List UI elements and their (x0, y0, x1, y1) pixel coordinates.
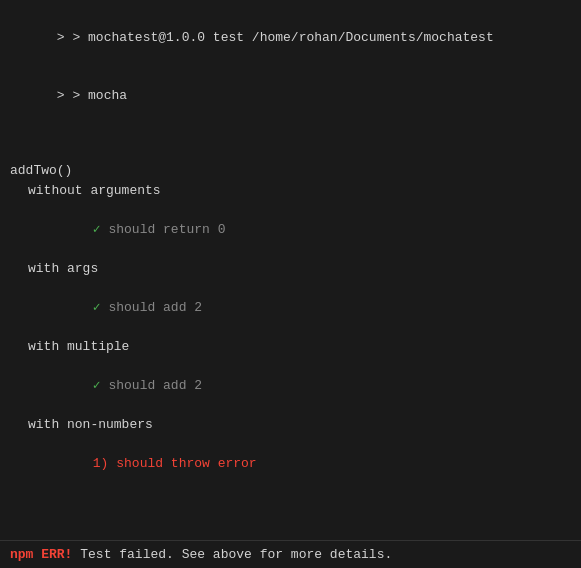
suite-addtwo: addTwo() (10, 161, 571, 181)
blank-4 (10, 511, 571, 529)
output-lines: > > mochatest@1.0.0 test /home/rohan/Doc… (10, 8, 571, 568)
suite-with-multiple: with multiple (10, 337, 571, 357)
check-icon-2: ✓ (93, 300, 109, 315)
fail-label-1: should throw error (116, 456, 256, 471)
prompt-symbol-1: > (57, 30, 73, 45)
cmd-text-1: > mochatest@1.0.0 test /home/rohan/Docum… (72, 30, 493, 45)
check-icon-3: ✓ (93, 378, 109, 393)
prompt-line-2: > > mocha (10, 67, 571, 126)
pass-text-1: should return 0 (108, 222, 225, 237)
pass-add-2-b: ✓ should add 2 (10, 356, 571, 415)
fail-number-1: 1) (93, 456, 109, 471)
pass-text-2: should add 2 (108, 300, 202, 315)
prompt-symbol-2: > (57, 88, 73, 103)
blank-1 (10, 125, 571, 143)
npm-err-message: Test failed. See above for more details. (72, 547, 392, 562)
npm-error-bar: npm ERR! Test failed. See above for more… (0, 540, 581, 568)
check-icon-1: ✓ (93, 222, 109, 237)
terminal: > > mochatest@1.0.0 test /home/rohan/Doc… (0, 0, 581, 568)
pass-text-3: should add 2 (108, 378, 202, 393)
cmd-text-2: > mocha (72, 88, 127, 103)
blank-3 (10, 493, 571, 511)
blank-2 (10, 143, 571, 161)
fail-throw-error: 1) should throw error (10, 434, 571, 493)
suite-without-args: without arguments (10, 181, 571, 201)
suite-with-args: with args (10, 259, 571, 279)
suite-non-numbers: with non-numbers (10, 415, 571, 435)
pass-return-0: ✓ should return 0 (10, 200, 571, 259)
pass-add-2-a: ✓ should add 2 (10, 278, 571, 337)
npm-err-prefix: npm ERR! (10, 547, 72, 562)
prompt-line-1: > > mochatest@1.0.0 test /home/rohan/Doc… (10, 8, 571, 67)
